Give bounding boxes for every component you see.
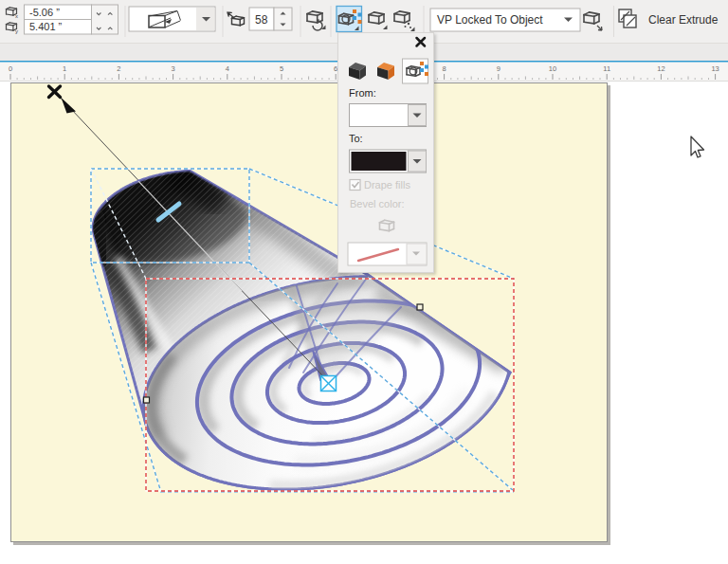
svg-text:4: 4 [226,64,229,73]
svg-text:Drape fills: Drape fills [364,179,410,191]
svg-text:13: 13 [711,64,719,73]
svg-text:3: 3 [172,64,175,73]
svg-text:2: 2 [117,64,120,73]
svg-text:5: 5 [280,64,283,73]
svg-text:0: 0 [9,64,12,73]
svg-text:VP Locked To Object: VP Locked To Object [437,13,543,27]
svg-text:12: 12 [657,64,664,73]
svg-text:x: x [15,13,18,19]
svg-text:10: 10 [549,64,556,73]
svg-text:To:: To: [349,133,363,144]
svg-text:1: 1 [63,64,66,73]
svg-text:From:: From: [349,87,376,99]
svg-text:5.401 ”: 5.401 ” [29,21,63,32]
svg-text:9: 9 [497,64,500,73]
svg-text:-5.06 ”: -5.06 ” [29,7,60,18]
svg-text:11: 11 [603,64,610,73]
svg-text:Clear Extrude: Clear Extrude [648,13,719,27]
svg-text:y: y [15,28,18,34]
svg-text:8: 8 [443,64,446,73]
svg-text:58: 58 [255,13,268,27]
svg-text:Bevel color:: Bevel color: [350,198,404,209]
